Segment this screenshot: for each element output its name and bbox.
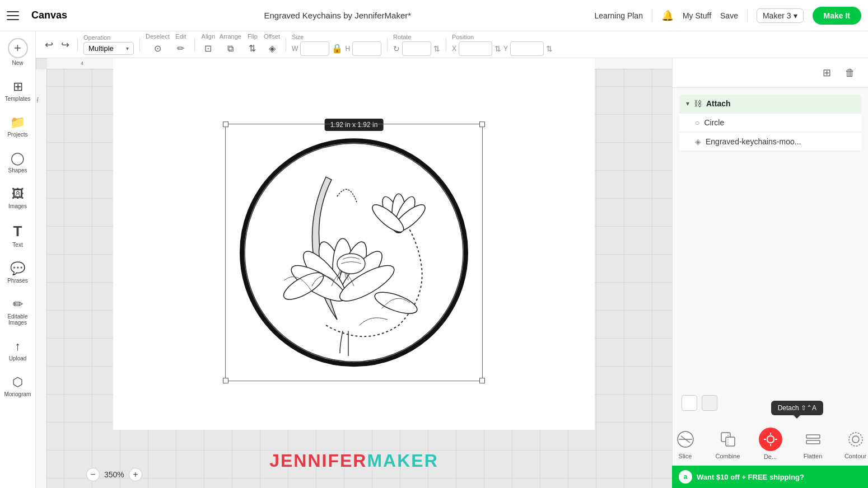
ruler-mark-left: ʄ (37, 97, 39, 102)
y-input[interactable]: 3.049 (510, 41, 544, 56)
watermark-maker: MAKER (367, 451, 438, 471)
toolbar-sep-3 (194, 38, 195, 51)
action-combine[interactable]: Combine (711, 428, 745, 459)
x-input[interactable]: 4.681 (459, 41, 492, 56)
ruler-left: ʄ (36, 69, 47, 488)
machine-select[interactable]: Maker 3 ▾ (757, 8, 804, 23)
size-label: Size (292, 34, 381, 40)
sidebar-projects-label: Projects (7, 132, 27, 138)
app-title: Canvas (31, 10, 67, 21)
combine-icon (717, 428, 739, 451)
phrases-icon: 💬 (10, 261, 25, 276)
save-button[interactable]: Save (720, 11, 738, 20)
action-flatten[interactable]: Flatten (796, 428, 830, 459)
zoom-level: 350% (104, 470, 124, 479)
undo-button[interactable]: ↩ (43, 36, 55, 53)
operation-select[interactable]: Multiple ▾ (83, 42, 134, 55)
arrange-button[interactable]: ⧉ (222, 41, 238, 57)
group-name: Attach (706, 99, 855, 108)
deselect-label: Deselect (146, 33, 170, 40)
rotate-input[interactable]: 0 (402, 41, 431, 56)
layer-item-engraved[interactable]: ◈ Engraved-keychains-moo... (679, 133, 861, 151)
svg-rect-22 (806, 440, 820, 444)
layer-item-circle[interactable]: ○ Circle (679, 114, 861, 132)
zoom-in-button[interactable]: + (129, 468, 142, 481)
zoom-out-button[interactable]: − (86, 468, 100, 481)
group-link-icon: ⛓ (694, 99, 702, 108)
header-right: Learning Plan 🔔 My Stuff Save Maker 3 ▾ … (595, 7, 861, 25)
lock-icon[interactable]: 🔒 (332, 43, 343, 54)
rotate-arrows: ⇅ (433, 44, 440, 53)
slice-label: Slice (679, 453, 692, 459)
canvas-area[interactable]: 4 5 6 7 8 ʄ 1.92 in x 1.92 in (36, 58, 672, 488)
color-swatch-white[interactable] (682, 395, 697, 411)
menu-icon[interactable] (7, 6, 27, 26)
sidebar-item-templates[interactable]: ⊞ Templates (0, 74, 35, 107)
layer-circle-name: Circle (704, 118, 724, 127)
zoom-in-icon: + (133, 470, 138, 479)
sidebar-editable-images-label: Editable Images (3, 313, 32, 326)
sidebar-item-monogram[interactable]: ⬡ Monogram (0, 369, 35, 403)
sidebar-left: + New ⊞ Templates 📁 Projects ◯ Shapes 🖼 … (0, 0, 36, 488)
redo-button[interactable]: ↪ (59, 36, 72, 53)
templates-icon: ⊞ (13, 79, 23, 94)
sidebar-item-images[interactable]: 🖼 Images (0, 181, 35, 215)
height-input[interactable]: 1.92 (352, 41, 381, 56)
text-icon: T (13, 223, 22, 240)
arrange-label: Arrange (220, 33, 241, 40)
sidebar-item-editable-images[interactable]: ✏ Editable Images (0, 292, 35, 331)
action-slice[interactable]: Slice (669, 428, 702, 459)
x-label: X (452, 45, 456, 53)
panel-delete-button[interactable]: 🗑 (841, 64, 859, 82)
promo-text: Want $10 off + FREE shipping? (697, 473, 804, 481)
sidebar-item-shapes[interactable]: ◯ Shapes (0, 146, 35, 179)
svg-rect-21 (806, 435, 820, 438)
watermark: JENNIFERMAKER (269, 451, 438, 471)
bottom-action-row: Slice Combine De... Flatten Contour (673, 428, 868, 460)
sidebar-item-upload[interactable]: ↑ Upload (0, 334, 35, 367)
svg-rect-19 (726, 437, 735, 446)
toolbar-sep-4 (286, 38, 286, 51)
detach-tooltip-text: Detach ⇧⌃A (778, 404, 816, 412)
learning-plan-link[interactable]: Learning Plan (595, 11, 643, 20)
operation-label: Operation (83, 34, 134, 41)
header-divider-2 (747, 9, 748, 22)
notification-icon[interactable]: 🔔 (661, 10, 674, 22)
flip-button[interactable]: ⇅ (245, 41, 260, 57)
contour-icon (844, 428, 867, 451)
action-contour[interactable]: Contour (839, 428, 869, 459)
flatten-icon (802, 428, 824, 451)
sidebar-item-phrases[interactable]: 💬 Phrases (0, 256, 35, 289)
color-swatch-row (673, 391, 868, 415)
align-button[interactable]: ⊡ (200, 41, 216, 57)
make-it-button[interactable]: Make It (813, 7, 861, 25)
panel-layers: ▾ ⛓ Attach ○ Circle ◈ Engraved-keychains… (673, 88, 868, 158)
sidebar-item-projects[interactable]: 📁 Projects (0, 110, 35, 143)
y-arrows: ⇅ (546, 44, 553, 53)
sidebar-monogram-label: Monogram (4, 391, 31, 397)
offset-button[interactable]: ◈ (264, 41, 280, 57)
deselect-button[interactable]: ⊙ (150, 41, 165, 57)
layer-circle-icon: ○ (695, 118, 699, 127)
doc-title[interactable]: Engraved Keychains by JenniferMaker* (81, 11, 594, 20)
promo-banner[interactable]: a Want $10 off + FREE shipping? (672, 466, 868, 488)
header: Canvas Engraved Keychains by JenniferMak… (0, 0, 868, 31)
sidebar-item-text[interactable]: T Text (0, 217, 35, 254)
edit-button[interactable]: ✏ (173, 41, 189, 57)
contour-label: Contour (844, 453, 866, 459)
flatten-label: Flatten (804, 453, 823, 459)
svg-point-23 (849, 433, 862, 446)
ruler-mark-4: 4 (81, 60, 83, 66)
my-stuff-link[interactable]: My Stuff (683, 11, 711, 20)
keychain-design[interactable] (225, 124, 483, 381)
color-swatch-gray[interactable] (702, 395, 717, 411)
panel-group-button[interactable]: ⊞ (818, 64, 836, 82)
slice-icon (674, 428, 697, 451)
layer-group-header[interactable]: ▾ ⛓ Attach (679, 95, 861, 112)
sidebar-item-new[interactable]: + New (0, 32, 35, 72)
panel-toolbar: ⊞ 🗑 (673, 58, 868, 88)
shapes-icon: ◯ (11, 151, 25, 166)
action-detach[interactable]: De... (754, 428, 787, 460)
header-divider-1 (652, 9, 652, 22)
width-input[interactable]: 1.92 (300, 41, 329, 56)
